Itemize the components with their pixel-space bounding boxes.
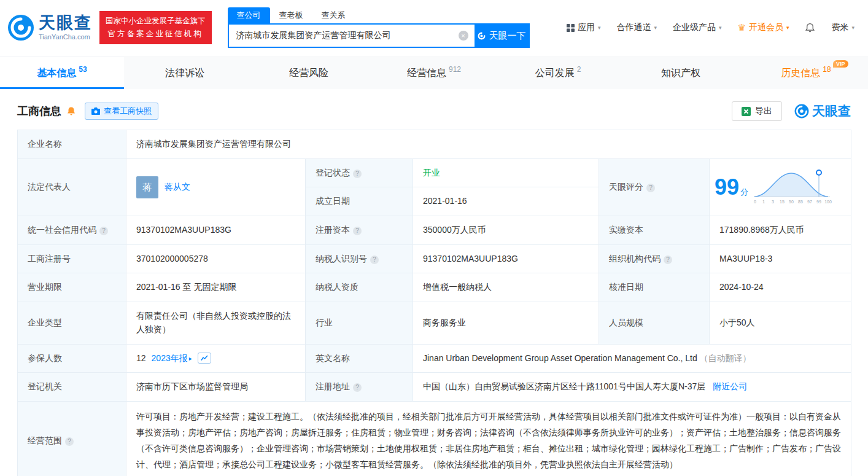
legal-rep-value: 蒋 蒋从文 <box>126 158 306 216</box>
nav-cooperation-label: 合作通道 <box>616 22 651 33</box>
search-button[interactable]: 天眼一下 <box>475 25 529 47</box>
credit-code-value: 91370102MA3UUP183G <box>126 216 306 245</box>
search-tab-boss[interactable]: 查老板 <box>270 7 312 23</box>
approval-date-value: 2024-10-24 <box>710 273 851 302</box>
table-row: 登记机关 济南市历下区市场监督管理局 注册地址? 中国（山东）自由贸易试验区济南… <box>18 373 851 402</box>
tab-legal-proceedings[interactable]: 法律诉讼 <box>124 57 248 89</box>
nav-user[interactable]: 费米 ▾ <box>831 22 854 33</box>
table-row: 工商注册号 370102000005278 纳税人识别号? 91370102MA… <box>18 244 851 273</box>
business-info-section: 工商信息 查看工商快照 导出 <box>0 101 868 476</box>
search-button-label: 天眼一下 <box>489 30 526 42</box>
tianyancha-logo[interactable]: 天眼查 TianYanCha.com <box>7 14 92 41</box>
clear-icon[interactable]: × <box>459 31 468 41</box>
taxpayer-id-value: 91370102MA3UUP183G <box>413 244 599 273</box>
logo-title: 天眼查 <box>39 15 92 31</box>
company-type-value: 有限责任公司（非自然人投资或控股的法人独资） <box>126 302 306 344</box>
search-tab-company[interactable]: 查公司 <box>228 7 270 23</box>
reg-address-value: 中国（山东）自由贸易试验区济南片区经十路11001号中国人寿大厦N-37层 附近… <box>413 373 851 402</box>
tab-company-development[interactable]: 公司发展 2 <box>496 57 620 89</box>
tab-count: 53 <box>79 65 87 74</box>
org-code-label: 组织机构代码? <box>599 244 710 273</box>
help-icon[interactable]: ? <box>664 256 672 264</box>
help-icon[interactable]: ? <box>353 383 362 392</box>
section-header: 工商信息 查看工商快照 导出 <box>17 101 851 121</box>
score-value: 99分 0 1 3 15 50 85 97 <box>710 158 851 216</box>
help-icon[interactable]: ? <box>99 227 108 235</box>
nav-vip-label: 开通会员 <box>749 22 783 33</box>
tab-intellectual-property[interactable]: 知识产权 <box>620 57 744 89</box>
staff-size-label: 人员规模 <box>599 302 710 344</box>
tab-count: 912 <box>449 65 461 74</box>
company-type-label: 企业类型 <box>18 302 126 344</box>
chevron-down-icon: ▾ <box>654 25 657 31</box>
reg-number-label: 工商注册号 <box>18 244 126 273</box>
help-icon[interactable]: ? <box>646 184 655 192</box>
chevron-down-icon: ▾ <box>598 25 601 31</box>
search-input[interactable] <box>229 31 459 41</box>
table-row: 营业期限 2021-01-16 至 无固定期限 纳税人资质 增值税一般纳税人 核… <box>18 273 851 302</box>
bell-icon <box>805 23 815 33</box>
search-box: × 天眼一下 <box>228 23 530 48</box>
tab-basic-info[interactable]: 基本信息 53 <box>0 57 124 89</box>
insured-trend-button[interactable] <box>198 353 211 364</box>
insured-number: 12 <box>136 352 146 365</box>
tab-label: 历史信息 <box>781 67 820 80</box>
section-title: 工商信息 <box>17 104 61 119</box>
gov-badge-line1: 国家中小企业发展子基金旗下 <box>106 15 206 28</box>
main-tab-bar: 基本信息 53 法律诉讼 经营风险 经营信息 912 公司发展 2 知识产权 V… <box>0 57 868 89</box>
english-name-label: 英文名称 <box>306 344 413 373</box>
crown-icon: ♛ <box>737 22 745 33</box>
help-icon[interactable]: ? <box>65 437 74 446</box>
section-header-right: 导出 天眼查 <box>732 101 851 121</box>
avatar: 蒋 <box>136 176 158 198</box>
tab-count: 2 <box>577 65 581 74</box>
paid-capital-value: 171890.8968万人民币 <box>710 216 851 245</box>
score-unit: 分 <box>740 187 748 197</box>
nav-apps[interactable]: 应用 ▾ <box>567 22 601 33</box>
establish-date-value: 2021-01-16 <box>413 187 599 216</box>
tab-operation-risk[interactable]: 经营风险 <box>248 57 372 89</box>
business-term-label: 营业期限 <box>18 273 126 302</box>
snapshot-button[interactable]: 查看工商快照 <box>85 103 158 120</box>
search-tab-bar: 查公司 查老板 查关系 <box>228 7 530 23</box>
search-tab-relation[interactable]: 查关系 <box>312 7 355 23</box>
insured-count-value: 12 2023年报▸ <box>126 344 306 373</box>
nav-cooperation[interactable]: 合作通道 ▾ <box>616 22 657 33</box>
nav-enterprise-label: 企业级产品 <box>673 22 716 33</box>
export-button[interactable]: 导出 <box>732 101 782 121</box>
arrow-right-icon: ▸ <box>189 354 192 364</box>
chevron-down-icon: ▾ <box>851 25 854 31</box>
help-icon[interactable]: ? <box>370 256 379 264</box>
nav-open-vip[interactable]: ♛ 开通会员 ▾ <box>737 22 789 33</box>
svg-text:85: 85 <box>798 200 803 204</box>
business-scope-value: 许可项目：房地产开发经营；建设工程施工。（依法须经批准的项目，经相关部门批准后方… <box>126 401 851 476</box>
bell-icon <box>66 106 76 116</box>
top-nav: 应用 ▾ 合作通道 ▾ 企业级产品 ▾ ♛ 开通会员 ▾ 费米 ▾ <box>567 22 858 33</box>
reg-authority-value: 济南市历下区市场监督管理局 <box>126 373 306 402</box>
reg-address-label: 注册地址? <box>306 373 413 402</box>
legal-rep-link[interactable]: 蒋从文 <box>165 181 190 194</box>
tab-history-info[interactable]: VIP 历史信息 18 <box>744 57 868 89</box>
watermark-label: 天眼查 <box>812 103 851 120</box>
chevron-down-icon: ▾ <box>719 25 722 31</box>
nearby-companies-link[interactable]: 附近公司 <box>713 381 747 391</box>
tab-label: 法律诉讼 <box>165 67 204 80</box>
logo-text: 天眼查 TianYanCha.com <box>39 15 92 41</box>
chevron-down-icon: ▾ <box>786 25 789 31</box>
org-code-value: MA3UUP18-3 <box>710 244 851 273</box>
annual-report-link[interactable]: 2023年报▸ <box>152 352 192 365</box>
table-row: 参保人数 12 2023年报▸ 英文名称 Jinan Urban Develop <box>18 344 851 373</box>
tianyancha-logo-icon <box>7 14 34 41</box>
help-icon[interactable]: ? <box>353 170 362 178</box>
nav-notifications[interactable] <box>805 23 815 33</box>
subscribe-bell-button[interactable] <box>66 106 76 116</box>
tab-operation-info[interactable]: 经营信息 912 <box>372 57 496 89</box>
nav-enterprise-products[interactable]: 企业级产品 ▾ <box>673 22 722 33</box>
credit-code-label: 统一社会信用代码? <box>18 216 126 245</box>
gov-certification-badge: 国家中小企业发展子基金旗下 官方备案企业征信机构 <box>99 11 212 44</box>
help-icon[interactable]: ? <box>353 227 362 235</box>
excel-icon <box>742 107 751 116</box>
line-chart-icon <box>201 355 208 361</box>
table-row: 经营范围? 许可项目：房地产开发经营；建设工程施工。（依法须经批准的项目，经相关… <box>18 401 851 476</box>
industry-value: 商务服务业 <box>413 302 599 344</box>
